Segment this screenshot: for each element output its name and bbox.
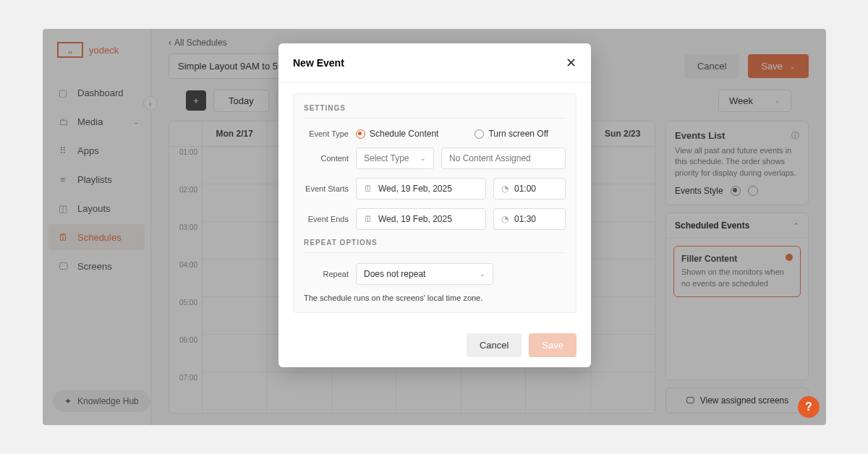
select-placeholder: Select Type xyxy=(364,153,409,163)
clock-icon: ◔ xyxy=(501,184,509,194)
start-date-input[interactable]: 🗓 Wed, 19 Feb, 2025 xyxy=(356,178,486,200)
modal-title: New Event xyxy=(293,57,344,69)
content-assigned-field[interactable]: No Content Assigned xyxy=(441,147,566,169)
end-date-input[interactable]: 🗓 Wed, 19 Feb, 2025 xyxy=(356,208,486,230)
settings-section-label: SETTINGS xyxy=(304,104,566,119)
radio-icon xyxy=(475,129,484,139)
end-time-value: 01:30 xyxy=(514,214,536,224)
help-button[interactable]: ? xyxy=(798,396,820,418)
start-time-input[interactable]: ◔ 01:00 xyxy=(493,178,566,200)
content-placeholder: No Content Assigned xyxy=(449,153,531,163)
radio-label: Turn screen Off xyxy=(488,129,548,139)
radio-schedule-content[interactable]: Schedule Content xyxy=(356,129,438,139)
event-type-label: Event Type xyxy=(304,129,349,138)
radio-turn-screen-off[interactable]: Turn screen Off xyxy=(475,129,548,139)
end-time-input[interactable]: ◔ 01:30 xyxy=(493,208,566,230)
repeat-label: Repeat xyxy=(304,270,349,278)
modal-cancel-button[interactable]: Cancel xyxy=(467,333,522,357)
event-starts-label: Event Starts xyxy=(304,184,349,193)
start-date-value: Wed, 19 Feb, 2025 xyxy=(378,184,452,194)
radio-icon xyxy=(356,129,365,139)
radio-label: Schedule Content xyxy=(370,129,438,139)
start-time-value: 01:00 xyxy=(514,184,536,194)
calendar-icon: 🗓 xyxy=(364,184,373,194)
content-label: Content xyxy=(304,154,349,163)
end-date-value: Wed, 19 Feb, 2025 xyxy=(378,214,452,224)
event-ends-label: Event Ends xyxy=(304,215,349,223)
new-event-modal: New Event ✕ SETTINGS Event Type Schedule… xyxy=(278,43,591,367)
content-type-select[interactable]: Select Type ⌄ xyxy=(356,147,434,169)
chevron-down-icon: ⌄ xyxy=(420,155,426,162)
repeat-section-label: REPEAT OPTIONS xyxy=(304,239,566,253)
clock-icon: ◔ xyxy=(501,214,509,224)
modal-save-button[interactable]: Save xyxy=(529,333,576,357)
chevron-down-icon: ⌄ xyxy=(480,270,485,278)
repeat-value: Does not repeat xyxy=(364,269,425,279)
repeat-select[interactable]: Does not repeat ⌄ xyxy=(356,263,493,285)
close-icon[interactable]: ✕ xyxy=(566,55,576,71)
timezone-note: The schedule runs on the screens' local … xyxy=(304,294,566,302)
calendar-icon: 🗓 xyxy=(364,214,373,224)
